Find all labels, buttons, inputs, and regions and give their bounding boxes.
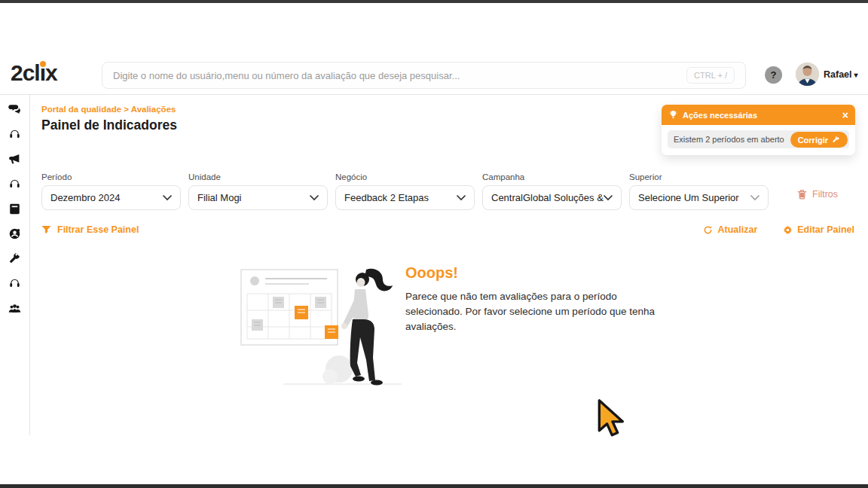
filter-panel-label: Filtrar Esse Painel: [57, 224, 139, 235]
search-input[interactable]: [113, 70, 686, 81]
field-label-negocio: Negócio: [335, 172, 367, 181]
periodo-select[interactable]: Dezembro 2024: [41, 185, 181, 210]
funnel-icon: [41, 225, 51, 234]
chat-icon[interactable]: [8, 102, 22, 116]
avatar-image: [796, 63, 819, 86]
actions-needed-title: Ações necessárias: [683, 111, 842, 120]
empty-state-illustration: [240, 264, 402, 391]
megaphone-icon[interactable]: [8, 152, 22, 166]
refresh-button[interactable]: Atualizar: [703, 224, 757, 235]
header-divider: [0, 94, 868, 95]
journal-icon[interactable]: [8, 202, 22, 215]
chevron-down-icon: [604, 195, 613, 201]
actions-needed-body: Existem 2 períodos em aberto Corrigir: [662, 125, 855, 155]
actions-needed-panel: Ações necessárias × Existem 2 períodos e…: [662, 105, 855, 155]
headset-icon[interactable]: [8, 127, 22, 141]
chevron-down-icon: [457, 195, 466, 201]
help-button[interactable]: ?: [765, 66, 782, 84]
field-label-periodo: Período: [41, 172, 72, 181]
trash-icon: [797, 189, 807, 200]
user-name-label: Rafael: [824, 69, 852, 80]
edit-panel-button[interactable]: Editar Painel: [783, 224, 854, 235]
sidebar-nav: [0, 95, 30, 435]
chevron-down-icon: [750, 195, 760, 201]
global-search[interactable]: CTRL + /: [102, 62, 746, 89]
team-icon[interactable]: [8, 301, 22, 315]
brand-logo-text: 2clix: [11, 60, 57, 85]
wrench-icon: [832, 136, 840, 144]
headset-icon[interactable]: [8, 276, 22, 290]
fix-button[interactable]: Corrigir: [790, 132, 848, 148]
page-title: Painel de Indicadores: [41, 117, 177, 133]
campanha-select[interactable]: CentralGlobal Soluções & F: [482, 185, 622, 210]
brand-logo-dot: [40, 61, 46, 67]
fix-button-label: Corrigir: [798, 136, 828, 145]
periodo-value: Dezembro 2024: [50, 192, 121, 203]
user-settings-icon[interactable]: [8, 227, 22, 240]
field-label-campanha: Campanha: [482, 172, 524, 181]
negocio-value: Feedback 2 Etapas: [344, 192, 429, 203]
refresh-label: Atualizar: [717, 224, 757, 235]
refresh-icon: [703, 225, 713, 235]
actions-needed-header: Ações necessárias ×: [662, 105, 855, 125]
help-question-icon: ?: [771, 69, 777, 81]
panel-actions: Atualizar Editar Painel: [703, 224, 854, 235]
empty-state-message: Parece que não tem avaliações para o per…: [405, 289, 656, 334]
clear-filters-button[interactable]: Filtros: [797, 189, 838, 200]
unidade-select[interactable]: Filial Mogi: [188, 185, 328, 210]
gear-icon: [783, 225, 793, 235]
avatar[interactable]: [796, 63, 819, 86]
wrench-icon[interactable]: [8, 252, 22, 265]
bottom-frame-bar: [0, 484, 868, 488]
empty-state-title: Ooops!: [405, 264, 458, 282]
superior-select[interactable]: Selecione Um Superior: [629, 185, 769, 210]
top-frame-bar: [0, 0, 868, 3]
breadcrumb[interactable]: Portal da qualidade > Avaliações: [41, 105, 176, 114]
negocio-select[interactable]: Feedback 2 Etapas: [335, 185, 475, 210]
clear-filters-label: Filtros: [812, 189, 838, 200]
filter-panel-button[interactable]: Filtrar Esse Painel: [41, 224, 139, 235]
chevron-down-icon: ▾: [854, 71, 858, 79]
close-icon[interactable]: ×: [842, 110, 848, 120]
field-label-superior: Superior: [629, 172, 662, 181]
lightbulb-icon: [668, 110, 678, 120]
brand-logo: 2clix: [11, 60, 57, 86]
campanha-value: CentralGlobal Soluções & F: [491, 192, 606, 203]
unidade-value: Filial Mogi: [197, 192, 242, 203]
headset-icon[interactable]: [8, 177, 22, 191]
mouse-cursor-icon: [597, 399, 627, 441]
superior-value: Selecione Um Superior: [638, 192, 739, 203]
search-shortcut-hint: CTRL + /: [686, 67, 735, 84]
calendar-woman-illustration: [240, 264, 402, 388]
chevron-down-icon: [310, 195, 319, 201]
user-menu[interactable]: Rafael▾: [824, 69, 858, 80]
chevron-down-icon: [163, 195, 172, 201]
field-label-unidade: Unidade: [188, 172, 221, 181]
edit-panel-label: Editar Painel: [797, 224, 854, 235]
